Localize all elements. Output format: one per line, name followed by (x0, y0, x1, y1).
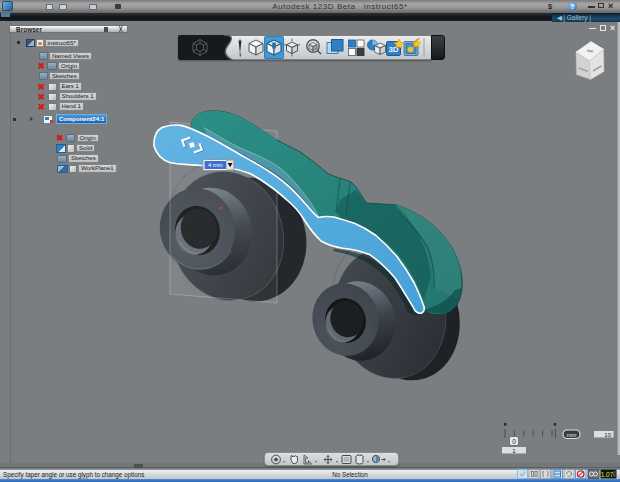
svg-text:0: 0 (512, 438, 516, 445)
svg-text:mm: mm (567, 432, 577, 438)
svg-text:10: 10 (604, 432, 611, 438)
svg-text:4 mm: 4 mm (208, 162, 223, 168)
svg-text:1.07: 1.07 (601, 471, 614, 478)
